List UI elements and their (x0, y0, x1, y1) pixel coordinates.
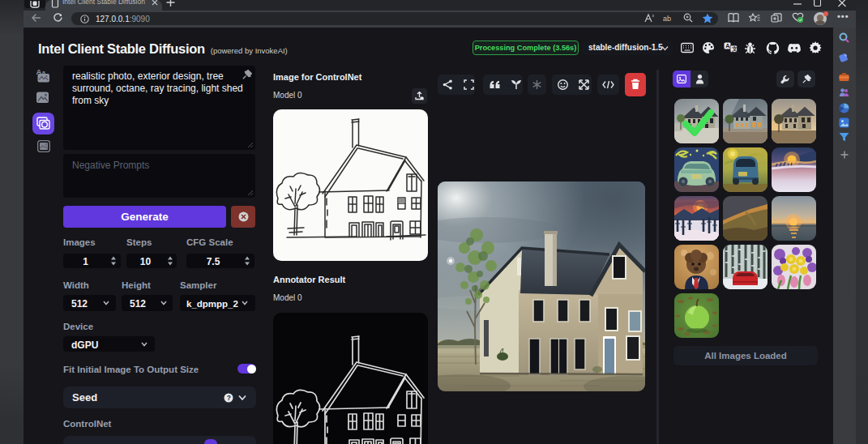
svg-text:?: ? (227, 394, 231, 402)
svg-text:文: 文 (731, 45, 738, 52)
svg-text:A: A (725, 43, 729, 49)
svg-text:ab: ab (663, 15, 671, 23)
